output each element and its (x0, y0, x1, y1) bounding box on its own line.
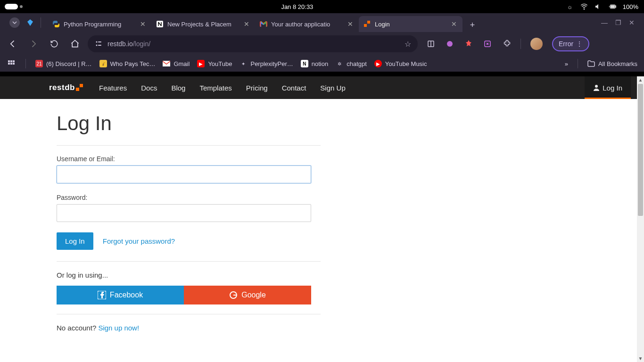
close-icon[interactable]: ✕ (450, 20, 458, 28)
bookmark-whopays[interactable]: 💰Who Pays Tec… (99, 60, 156, 67)
reload-button[interactable] (46, 36, 62, 52)
nav-templates[interactable]: Templates (199, 84, 231, 92)
extension-color-icon[interactable] (464, 39, 473, 49)
divider (578, 59, 578, 68)
signup-link[interactable]: Sign up now! (98, 324, 139, 332)
divider (57, 145, 321, 146)
facebook-login-button[interactable]: Facebook (57, 286, 184, 304)
tab-label: Python Programming (64, 21, 135, 28)
nav-pricing[interactable]: Pricing (246, 84, 268, 92)
battery-percent: 100% (623, 3, 638, 10)
close-window-button[interactable]: ✕ (629, 19, 635, 26)
bookmarks-overflow-icon[interactable]: » (565, 60, 568, 67)
divider (25, 59, 26, 68)
login-form: Log In Username or Email: Password: Log … (0, 99, 321, 351)
apps-icon[interactable] (7, 59, 16, 68)
system-clock[interactable]: Jan 8 20:33 (28, 3, 566, 10)
gem-icon[interactable] (26, 19, 34, 26)
back-button[interactable] (5, 36, 21, 52)
forgot-password-link[interactable]: Forgot your password? (103, 237, 175, 245)
close-icon[interactable]: ✕ (139, 20, 147, 28)
svg-rect-17 (8, 63, 10, 65)
scrollbar-thumb[interactable] (638, 84, 643, 216)
extensions-button[interactable] (502, 39, 511, 49)
svg-rect-19 (13, 63, 15, 65)
site-logo[interactable]: restdb (49, 83, 84, 92)
divider (57, 314, 321, 314)
username-input[interactable] (57, 165, 311, 183)
bookmark-perplexity[interactable]: ✦PerplexityPer… (239, 60, 293, 67)
scroll-up-button[interactable]: ▲ (637, 76, 644, 83)
svg-rect-5 (364, 24, 367, 27)
login-button[interactable]: Log In (57, 232, 93, 250)
password-input[interactable] (57, 204, 311, 222)
svg-point-23 (595, 85, 598, 88)
svg-rect-2 (615, 6, 616, 8)
notion-icon (156, 20, 164, 28)
close-icon[interactable]: ✕ (243, 20, 250, 28)
profile-avatar[interactable] (530, 38, 543, 50)
tab-search-button[interactable] (9, 17, 20, 28)
bookmark-chatgpt[interactable]: ✲chatgpt (336, 60, 367, 67)
bookmarks-bar: 21(6) Discord | R… 💰Who Pays Tec… Gmail … (0, 56, 644, 72)
tab-label: New Projects & Placem (167, 21, 239, 28)
svg-point-12 (447, 41, 453, 47)
password-label: Password: (57, 194, 321, 201)
volume-icon (594, 3, 602, 10)
browser-chrome: Python Programming ✕ New Projects & Plac… (0, 13, 644, 72)
maximize-button[interactable]: ❐ (615, 19, 621, 26)
system-tray[interactable]: ☼ 100% (566, 3, 644, 10)
svg-rect-15 (10, 60, 12, 62)
tab-login[interactable]: Login ✕ (359, 16, 462, 32)
svg-rect-6 (367, 21, 370, 24)
nav-docs[interactable]: Docs (141, 84, 157, 92)
extension-box-icon[interactable] (483, 39, 492, 49)
svg-rect-16 (13, 60, 15, 62)
svg-rect-8 (98, 41, 101, 42)
nav-signup[interactable]: Sign Up (320, 84, 345, 92)
restdb-icon (363, 20, 371, 28)
nav-blog[interactable]: Blog (171, 84, 185, 92)
bookmark-notion[interactable]: Nnotion (301, 60, 328, 67)
extension-ai-icon[interactable] (445, 39, 454, 49)
page-title: Log In (57, 112, 321, 135)
facebook-icon (98, 291, 106, 299)
tab-label: Your author applicatio (271, 21, 343, 28)
new-tab-button[interactable]: + (465, 18, 479, 32)
bookmark-discord[interactable]: 21(6) Discord | R… (35, 60, 92, 67)
tab-strip: Python Programming ✕ New Projects & Plac… (0, 13, 644, 32)
google-login-button[interactable]: Google (184, 286, 311, 304)
no-account-text: No account? Sign up now! (57, 324, 321, 332)
site-settings-icon[interactable] (94, 40, 103, 48)
tab-notion[interactable]: New Projects & Placem ✕ (151, 16, 255, 32)
bookmark-youtube-music[interactable]: ▶YouTube Music (374, 60, 427, 67)
tab-gmail[interactable]: Your author applicatio ✕ (255, 16, 359, 32)
bookmark-youtube[interactable]: ▶YouTube (197, 60, 232, 67)
nav-login[interactable]: Log In (585, 76, 631, 99)
close-icon[interactable]: ✕ (347, 20, 354, 28)
toolbar: restdb.io/login/ ☆ Error⋮ (0, 32, 644, 56)
error-pill[interactable]: Error⋮ (552, 36, 589, 51)
brightness-icon: ☼ (566, 3, 574, 10)
nav-contact[interactable]: Contact (282, 84, 306, 92)
forward-button[interactable] (25, 36, 41, 52)
bookmark-star-icon[interactable]: ☆ (405, 40, 411, 49)
svg-point-9 (96, 45, 98, 46)
gmail-icon (260, 20, 267, 28)
address-bar[interactable]: restdb.io/login/ ☆ (88, 35, 418, 52)
nav-features[interactable]: Features (99, 84, 127, 92)
username-label: Username or Email: (57, 155, 321, 163)
tab-python[interactable]: Python Programming ✕ (48, 16, 151, 32)
minimize-button[interactable]: — (601, 19, 608, 26)
svg-rect-18 (10, 63, 12, 65)
scroll-down-button[interactable]: ▼ (637, 355, 644, 362)
all-bookmarks-button[interactable]: All Bookmarks (587, 60, 637, 67)
site-header: restdb Features Docs Blog Templates Pric… (0, 76, 644, 99)
bookmark-gmail[interactable]: Gmail (163, 60, 190, 67)
svg-rect-10 (98, 45, 101, 46)
activities[interactable] (0, 4, 28, 9)
battery-icon (609, 3, 616, 10)
extension-reader-icon[interactable] (426, 39, 436, 49)
home-button[interactable] (67, 36, 83, 52)
python-icon (52, 20, 60, 28)
